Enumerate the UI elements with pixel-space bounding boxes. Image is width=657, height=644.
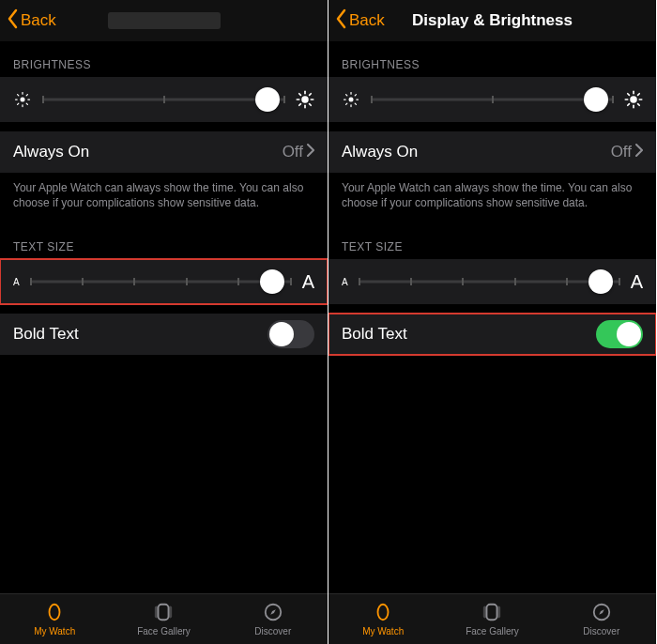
svg-rect-21 — [169, 606, 173, 619]
watch-icon — [43, 602, 66, 624]
svg-line-6 — [26, 103, 27, 104]
section-header-text-size: TEXT SIZE — [0, 223, 328, 259]
tab-bar: My Watch Face Gallery Discover — [328, 593, 656, 644]
svg-point-9 — [301, 96, 309, 103]
tab-label: Discover — [583, 626, 619, 636]
nav-bar: Back Display & Brightness — [328, 0, 656, 41]
brightness-slider-row — [0, 77, 328, 122]
svg-line-37 — [628, 94, 630, 96]
svg-line-39 — [628, 104, 630, 106]
nav-bar: Back — [0, 0, 328, 41]
svg-line-31 — [355, 95, 356, 96]
svg-line-8 — [26, 95, 27, 96]
tab-face-gallery[interactable]: Face Gallery — [437, 594, 546, 644]
text-size-slider-row: A A — [0, 259, 328, 304]
tab-my-watch[interactable]: My Watch — [328, 594, 437, 644]
tab-label: My Watch — [34, 626, 75, 636]
always-on-value: Off — [283, 143, 314, 161]
page-title: Display & Brightness — [412, 11, 573, 30]
bold-text-row: Bold Text — [328, 314, 656, 355]
text-size-slider-row: A A — [328, 259, 656, 304]
bold-text-label: Bold Text — [13, 325, 79, 344]
bold-text-row: Bold Text — [0, 314, 328, 355]
svg-line-38 — [638, 104, 640, 106]
tab-label: Face Gallery — [137, 626, 191, 636]
svg-rect-20 — [155, 606, 159, 619]
tab-face-gallery[interactable]: Face Gallery — [109, 594, 218, 644]
brightness-slider[interactable] — [43, 86, 284, 113]
chevron-left-icon — [6, 8, 19, 34]
compass-icon — [590, 602, 613, 624]
chevron-right-icon — [635, 143, 643, 161]
svg-line-5 — [18, 95, 19, 96]
sun-low-icon — [342, 90, 360, 109]
back-label: Back — [349, 11, 385, 30]
text-size-slider[interactable] — [31, 268, 291, 295]
tab-discover[interactable]: Discover — [219, 594, 328, 644]
always-on-description: Your Apple Watch can always show the tim… — [328, 173, 656, 223]
svg-rect-42 — [487, 605, 497, 621]
svg-line-17 — [310, 94, 312, 96]
tab-discover[interactable]: Discover — [547, 594, 656, 644]
sun-high-icon — [624, 90, 643, 109]
svg-line-28 — [346, 95, 347, 96]
sun-high-icon — [296, 90, 314, 109]
chevron-left-icon — [334, 8, 347, 34]
section-header-brightness: BRIGHTNESS — [328, 41, 656, 77]
back-label: Back — [21, 11, 56, 30]
screenshot-left: Back BRIGHTNESS — [0, 0, 328, 644]
svg-point-32 — [630, 96, 637, 103]
always-on-row[interactable]: Always On Off — [328, 131, 656, 173]
text-size-large-icon: A — [302, 271, 314, 293]
screenshot-right: Back Display & Brightness BRIGHTNESS — [328, 0, 657, 644]
text-size-large-icon: A — [631, 271, 643, 293]
bold-text-toggle[interactable] — [596, 320, 643, 348]
svg-point-0 — [21, 98, 25, 102]
svg-line-14 — [299, 94, 301, 96]
section-header-text-size: TEXT SIZE — [328, 223, 656, 259]
gallery-icon — [481, 602, 503, 624]
svg-line-40 — [638, 94, 640, 96]
text-size-small-icon: A — [13, 277, 20, 287]
svg-point-41 — [378, 605, 389, 621]
settings-list: BRIGHTNESS — [328, 41, 656, 644]
section-header-brightness: BRIGHTNESS — [0, 41, 328, 77]
tab-label: Face Gallery — [466, 626, 519, 636]
back-button[interactable]: Back — [6, 0, 56, 41]
text-size-slider[interactable] — [359, 268, 619, 295]
tab-label: Discover — [254, 626, 291, 636]
compass-icon — [262, 602, 284, 624]
always-on-label: Always On — [13, 143, 89, 161]
always-on-value: Off — [611, 143, 643, 161]
settings-list: BRIGHTNESS — [0, 41, 328, 644]
svg-line-29 — [355, 103, 356, 104]
gallery-icon — [152, 602, 175, 624]
tab-bar: My Watch Face Gallery Discover — [0, 593, 328, 644]
svg-line-30 — [346, 103, 347, 104]
svg-point-23 — [349, 98, 354, 102]
svg-rect-44 — [497, 606, 501, 619]
bold-text-toggle[interactable] — [267, 320, 314, 348]
svg-line-16 — [299, 104, 301, 106]
watch-icon — [372, 602, 394, 624]
svg-line-7 — [18, 103, 19, 104]
sun-low-icon — [13, 90, 32, 109]
brightness-slider[interactable] — [372, 86, 613, 113]
bold-text-label: Bold Text — [342, 325, 407, 344]
svg-rect-43 — [483, 606, 487, 619]
tab-label: My Watch — [362, 626, 404, 636]
svg-point-18 — [50, 605, 60, 621]
text-size-small-icon: A — [342, 277, 348, 287]
page-title — [108, 12, 221, 29]
always-on-row[interactable]: Always On Off — [0, 131, 328, 173]
tab-my-watch[interactable]: My Watch — [0, 594, 109, 644]
chevron-right-icon — [307, 143, 314, 161]
svg-line-15 — [310, 104, 312, 106]
always-on-description: Your Apple Watch can always show the tim… — [0, 173, 328, 223]
svg-rect-19 — [159, 605, 169, 621]
always-on-label: Always On — [342, 143, 418, 161]
back-button[interactable]: Back — [334, 0, 385, 41]
brightness-slider-row — [328, 77, 656, 122]
